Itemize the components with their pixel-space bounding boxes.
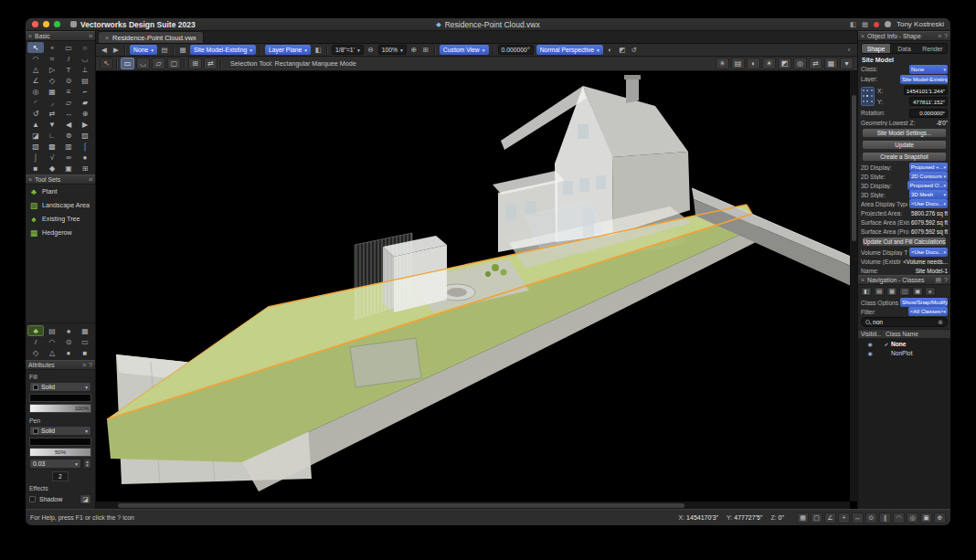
user-menu[interactable]: Tony Kostreski xyxy=(896,20,944,28)
nav-classes-tab-icon[interactable]: ◧ xyxy=(861,287,872,296)
toolset-tool-08[interactable]: ▭ xyxy=(77,336,93,347)
menu-icon[interactable]: ▤ xyxy=(935,277,941,284)
menu-icon[interactable]: ≡ xyxy=(89,33,92,39)
toolset-tool-04[interactable]: ▦ xyxy=(77,325,93,336)
column-class-name[interactable]: Class Name xyxy=(882,331,918,337)
toolset-landscape-area[interactable]: ▨ Landscape Area xyxy=(26,198,95,212)
basic-tool-13[interactable]: ∠ xyxy=(27,75,44,86)
horizontal-scrollbar[interactable] xyxy=(96,502,850,509)
2d-style-dropdown[interactable]: 2D Contours ▾ xyxy=(909,172,948,181)
navigation-header[interactable]: × Navigation - Classes ▤ ? xyxy=(858,275,950,285)
window-close-button[interactable] xyxy=(32,21,38,27)
reference-point-selector[interactable] xyxy=(861,87,875,106)
clear-search-icon[interactable]: ⊗ xyxy=(938,319,943,326)
clip-cube-icon[interactable]: ◩ xyxy=(778,58,791,69)
snap-to-object-icon[interactable]: ▢ xyxy=(811,512,822,523)
volume-display-type-dropdown[interactable]: <Use Docu... ▾ xyxy=(909,248,948,257)
snap-parallel-icon[interactable]: ∥ xyxy=(879,512,891,523)
basic-tool-08[interactable]: ◡ xyxy=(77,53,93,64)
nav-saved-views-tab-icon[interactable]: ◫ xyxy=(899,287,910,296)
class-edit-icon[interactable]: ▤ xyxy=(160,45,169,55)
toolset-tool-12[interactable]: ■ xyxy=(77,347,93,358)
zoom-level-dropdown[interactable]: 100% ▾ xyxy=(378,45,407,55)
fill-color-bar[interactable] xyxy=(29,394,91,402)
line-weight-stepper[interactable]: ▲▼ xyxy=(83,459,91,469)
line-weight-dropdown[interactable]: 0.03 ▾ xyxy=(29,459,81,469)
object-class-dropdown[interactable]: None ▾ xyxy=(909,65,948,74)
back-icon[interactable]: ◀ xyxy=(100,45,109,55)
lighting-icon[interactable]: ☀ xyxy=(762,58,776,69)
basic-tool-22[interactable]: ◞ xyxy=(44,97,60,108)
column-visibility[interactable]: Visibil... xyxy=(858,331,882,337)
class-display-icon[interactable]: ▤ xyxy=(731,58,745,69)
basic-tool-36[interactable]: ▨ xyxy=(77,130,93,141)
projection-dropdown[interactable]: Normal Perspective ▾ xyxy=(536,45,603,55)
basic-tool-20[interactable]: ⌐ xyxy=(77,86,93,97)
basic-tool-23[interactable]: ▱ xyxy=(60,97,77,108)
area-display-type-dropdown[interactable]: <Use Docu... ▾ xyxy=(909,199,948,208)
update-button[interactable]: Update xyxy=(862,140,947,150)
basic-tool-27[interactable]: ↔ xyxy=(60,108,77,119)
toolset-tool-11[interactable]: ● xyxy=(60,347,77,358)
basic-tool-17[interactable]: ◎ xyxy=(27,86,44,97)
forward-icon[interactable]: ▶ xyxy=(111,45,121,55)
toolsets-palette-header[interactable]: × Tool Sets ≡ xyxy=(26,174,95,185)
close-icon[interactable]: × xyxy=(861,33,865,39)
render-mode-icon[interactable]: ◐ xyxy=(606,45,615,55)
saved-view-dropdown[interactable]: Custom View ▾ xyxy=(440,45,489,55)
basic-tool-47[interactable]: ▣ xyxy=(60,163,77,174)
pen-style-dropdown[interactable]: Solid ▾ xyxy=(29,426,91,436)
fit-to-objects-icon[interactable]: ⊞ xyxy=(421,45,430,55)
toolset-plant[interactable]: ♣ Plant xyxy=(26,185,95,198)
horizontal-scrollbar-thumb[interactable] xyxy=(118,503,684,508)
app-name[interactable]: Vectorworks Design Suite 2023 xyxy=(80,20,196,29)
basic-tool-16[interactable]: ▤ xyxy=(77,75,93,86)
basic-tool-04[interactable]: ○ xyxy=(77,42,93,53)
nav-layers-tab-icon[interactable]: ▤ xyxy=(874,287,885,296)
basic-tool-06[interactable]: ≈ xyxy=(44,53,60,64)
pen-color-bar[interactable] xyxy=(29,438,91,446)
rotation-field[interactable]: 0.000000° xyxy=(909,109,948,118)
grid-toggle-icon[interactable]: ▦ xyxy=(824,58,838,69)
nav-references-tab-icon[interactable]: ▣ xyxy=(912,287,923,296)
help-icon[interactable]: ? xyxy=(944,33,948,39)
basic-tool-28[interactable]: ⊕ xyxy=(77,108,93,119)
basic-tool-24[interactable]: ▰ xyxy=(77,97,93,108)
basic-tool-38[interactable]: ▩ xyxy=(44,141,60,152)
menubar-extra-icon-2[interactable]: ▦ xyxy=(862,20,868,28)
filter-dropdown[interactable]: <All Classes> ▾ xyxy=(908,307,948,316)
basic-tool-10[interactable]: ▷ xyxy=(44,64,60,75)
basic-tool-25[interactable]: ↺ xyxy=(27,108,44,119)
mode-rectangular-marquee[interactable]: ▭ xyxy=(121,58,134,69)
snap-to-distance-icon[interactable]: ↔ xyxy=(852,512,864,523)
basic-tool-32[interactable]: ▶ xyxy=(77,119,93,130)
basic-tool-45[interactable]: ■ xyxy=(27,163,44,174)
basic-tool-43[interactable]: ∞ xyxy=(60,152,77,163)
toolset-tool-06[interactable]: ◠ xyxy=(44,336,60,347)
basic-tool-42[interactable]: √ xyxy=(44,152,60,163)
class-row-nonplot[interactable]: ◉ NonPlot xyxy=(858,348,950,357)
mode-alternate-marquee[interactable]: ▢ xyxy=(167,58,181,69)
help-icon[interactable]: ? xyxy=(89,362,92,368)
basic-tool-02[interactable]: + xyxy=(44,42,60,53)
toolset-hedgerow[interactable]: ▦ Hedgerow xyxy=(26,226,95,239)
vertical-scrollbar[interactable] xyxy=(850,71,857,502)
toolset-tool-05[interactable]: / xyxy=(27,336,44,347)
fill-style-dropdown[interactable]: Solid ▾ xyxy=(29,382,91,392)
tab-shape[interactable]: Shape xyxy=(862,44,890,53)
swap-view-icon[interactable]: ⇄ xyxy=(809,58,822,69)
basic-tool-12[interactable]: ⊥ xyxy=(77,64,93,75)
more-options-chevron[interactable]: ▾ xyxy=(840,58,854,69)
basic-tool-14[interactable]: ◇ xyxy=(44,75,60,86)
fill-opacity-slider[interactable]: 100% xyxy=(29,404,91,413)
visibility-eye-icon[interactable]: ◉ xyxy=(867,341,872,347)
close-icon[interactable]: × xyxy=(861,277,865,283)
basic-tool-41[interactable]: ⌡ xyxy=(27,152,44,163)
working-plane-dropdown[interactable]: Layer Plane ▾ xyxy=(265,45,311,55)
menu-icon[interactable]: ≡ xyxy=(82,362,86,368)
basic-tool-15[interactable]: ⊙ xyxy=(60,75,77,86)
basic-palette-header[interactable]: × Basic ≡ xyxy=(26,31,95,41)
drawing-canvas[interactable] xyxy=(96,71,857,509)
class-options-dropdown[interactable]: Show/Snap/Modify O... ▾ xyxy=(900,298,948,307)
object-layer-dropdown[interactable]: Site Model-Existing ▾ xyxy=(900,75,948,84)
